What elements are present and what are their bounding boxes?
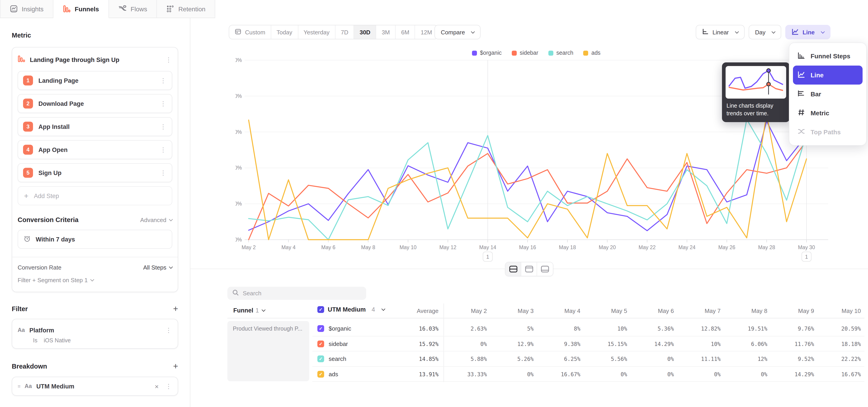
drag-handle-icon[interactable]	[18, 383, 20, 389]
filter-value[interactable]: iOS Native	[43, 337, 71, 344]
chart-type-dropdown-button[interactable]: Line	[785, 25, 831, 39]
advanced-dropdown[interactable]: Advanced	[140, 216, 172, 223]
step-number-badge: 3	[23, 122, 33, 132]
step-number-badge: 4	[23, 145, 33, 155]
alarm-clock-icon	[24, 235, 31, 244]
menu-item-bar[interactable]: Bar	[793, 85, 863, 103]
step-number-badge: 1	[23, 75, 33, 86]
add-filter-button[interactable]: +	[173, 304, 178, 313]
conversion-window-button[interactable]: Within 7 days	[18, 230, 172, 249]
funnel-step-1[interactable]: 1Landing Page	[18, 71, 172, 90]
cell-value: 16.67%	[537, 371, 581, 377]
cell-value: 0%	[678, 371, 721, 377]
breakdown-property-name: UTM Medium	[36, 383, 150, 389]
funnel-step-3[interactable]: 3App Install	[18, 117, 172, 136]
range-7d[interactable]: 7D	[336, 25, 354, 39]
series-line-search[interactable]	[249, 119, 807, 240]
filter-operator[interactable]: Is	[33, 337, 37, 344]
breakdown-column-header[interactable]: UTM Medium 4	[317, 306, 384, 313]
tab-insights[interactable]: Insights	[0, 0, 54, 18]
table-row-search[interactable]: search14.85%5.88%5.26%6.25%5.56%0%11.11%…	[312, 351, 864, 367]
svg-text:40%: 40%	[236, 93, 242, 99]
filter-segment-dropdown[interactable]: Filter + Segment on Step 1	[18, 277, 172, 286]
filter-heading: Filter	[12, 305, 173, 312]
remove-breakdown-icon[interactable]	[155, 382, 159, 390]
search-input[interactable]	[243, 290, 361, 296]
tab-retention[interactable]: Retention	[157, 0, 215, 18]
series-line-organic[interactable]	[249, 121, 807, 231]
series-checkbox[interactable]	[317, 340, 324, 347]
breakdown-select-all-checkbox[interactable]	[317, 306, 324, 313]
all-steps-dropdown[interactable]: All Steps	[143, 264, 172, 271]
range-30d[interactable]: 30D	[354, 25, 376, 39]
date-column-header: May 9	[771, 308, 814, 314]
range-12m[interactable]: 12M	[415, 25, 438, 39]
cell-value: 5.26%	[491, 356, 534, 362]
funnel-step-2[interactable]: 2Download Page	[18, 94, 172, 113]
table-search-box[interactable]	[227, 287, 366, 300]
query-sidebar: Metric Landing Page through Sign Up 1Lan…	[0, 18, 190, 407]
calendar-icon	[235, 28, 241, 36]
interval-dropdown-button[interactable]: Day	[749, 25, 781, 39]
plus-icon: +	[24, 192, 29, 200]
breakdown-card[interactable]: Aa UTM Medium	[12, 377, 178, 396]
legend-item-ads[interactable]: ads	[583, 50, 600, 56]
step-kebab-icon[interactable]	[160, 123, 167, 130]
series-checkbox[interactable]	[317, 355, 324, 362]
svg-text:10%: 10%	[236, 201, 242, 207]
funnel-step-5[interactable]: 5Sign Up	[18, 163, 172, 182]
funnel-column-header[interactable]: Funnel 1	[233, 307, 265, 314]
breakdown-kebab-icon[interactable]	[165, 383, 172, 390]
funnel-step-4[interactable]: 4App Open	[18, 140, 172, 159]
menu-item-top-paths[interactable]: Top Paths	[793, 123, 863, 142]
funnel-cell[interactable]: Product Viewed through P...	[227, 321, 309, 381]
tab-label: Retention	[178, 5, 206, 12]
menu-item-metric[interactable]: Metric	[793, 103, 863, 123]
compare-button[interactable]: Compare	[434, 25, 481, 39]
funnels-app: InsightsFunnelsFlowsRetention Metric Lan…	[0, 0, 868, 407]
cell-value: 9.76%	[771, 325, 814, 332]
range-yesterday[interactable]: Yesterday	[298, 25, 336, 39]
search-icon	[232, 289, 239, 298]
series-checkbox[interactable]	[317, 371, 324, 377]
add-step-button[interactable]: + Add Step	[18, 186, 172, 205]
breakdown-heading: Breakdown	[12, 363, 173, 370]
filter-kebab-icon[interactable]	[165, 326, 172, 334]
range-6m[interactable]: 6M	[396, 25, 415, 39]
step-kebab-icon[interactable]	[160, 77, 167, 84]
funnel-metric-header[interactable]: Landing Page through Sign Up	[18, 53, 172, 66]
filter-card[interactable]: Aa Platform Is iOS Native	[12, 319, 178, 349]
legend-swatch	[548, 51, 553, 55]
tab-flows[interactable]: Flows	[109, 0, 157, 18]
metric-kebab-icon[interactable]	[165, 56, 172, 63]
table-row-sidebar[interactable]: sidebar15.92%0%12.9%9.38%15.15%14.29%10%…	[312, 336, 864, 351]
scale-dropdown-button[interactable]: Linear	[696, 25, 745, 39]
range-3m[interactable]: 3M	[376, 25, 396, 39]
legend-item-sidebar[interactable]: sidebar	[512, 50, 538, 56]
menu-item-funnel-steps[interactable]: Funnel Steps	[793, 46, 863, 66]
chart-controls: CustomTodayYesterday7D30D3M6M12M Compare…	[190, 25, 868, 39]
step-kebab-icon[interactable]	[160, 146, 167, 153]
table-row-ads[interactable]: ads13.91%33.33%0%16.67%0%0%0%0%14.29%16.…	[312, 367, 864, 382]
table-row-organic[interactable]: $organic16.03%2.63%5%8%10%5.36%12.82%19.…	[312, 321, 864, 336]
tab-funnels[interactable]: Funnels	[54, 0, 109, 18]
series-line-sidebar[interactable]	[249, 141, 807, 240]
cell-value: 33.33%	[444, 371, 487, 377]
step-kebab-icon[interactable]	[160, 100, 167, 107]
funnel-metric-title: Landing Page through Sign Up	[30, 56, 160, 63]
date-column-header: May 5	[584, 308, 627, 314]
funnel-metric-icon	[18, 55, 25, 64]
legend-item-organic[interactable]: $organic	[472, 50, 502, 56]
range-today[interactable]: Today	[271, 25, 298, 39]
range-custom[interactable]: Custom	[229, 25, 271, 39]
menu-item-label: Metric	[811, 109, 829, 117]
add-breakdown-button[interactable]: +	[173, 362, 178, 370]
menu-item-line[interactable]: Line	[793, 66, 863, 85]
series-checkbox[interactable]	[317, 325, 324, 332]
cell-value: 20.59%	[818, 325, 861, 332]
legend-item-search[interactable]: search	[548, 50, 573, 56]
menu-item-label: Funnel Steps	[811, 53, 850, 60]
series-name: $organic	[329, 325, 351, 332]
step-kebab-icon[interactable]	[160, 169, 167, 176]
svg-text:May 18: May 18	[559, 244, 576, 250]
